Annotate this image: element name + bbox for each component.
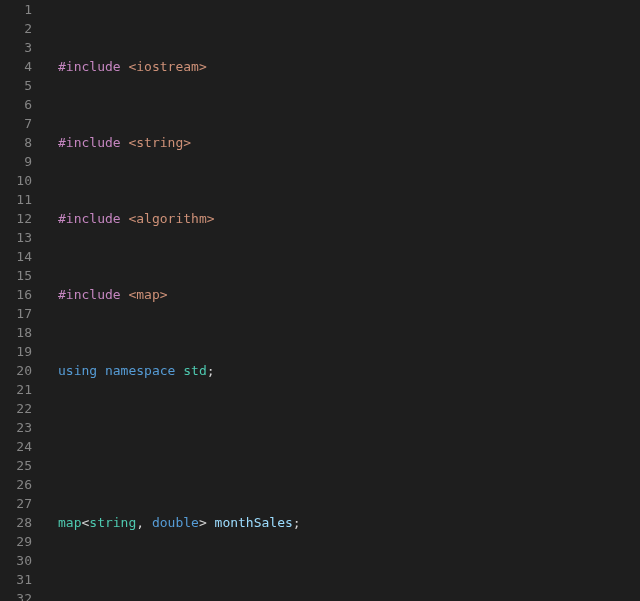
line-number: 19 [0,342,32,361]
code-line [58,589,640,601]
line-number: 12 [0,209,32,228]
line-number: 24 [0,437,32,456]
preprocessor-token: #include [58,287,121,302]
variable-token: monthSales [215,515,293,530]
type-token: map [58,515,81,530]
include-path-token: <iostream> [128,59,206,74]
preprocessor-token: #include [58,211,121,226]
code-line: #include <algorithm> [58,209,640,228]
line-number: 25 [0,456,32,475]
include-path-token: <algorithm> [128,211,214,226]
type-token: string [89,515,136,530]
code-line: map<string, double> monthSales; [58,513,640,532]
line-number: 29 [0,532,32,551]
line-number: 6 [0,95,32,114]
keyword-token: using [58,363,97,378]
include-path-token: <map> [128,287,167,302]
line-number: 2 [0,19,32,38]
include-path-token: <string> [128,135,191,150]
line-number: 28 [0,513,32,532]
line-number: 13 [0,228,32,247]
line-number: 32 [0,589,32,601]
line-number: 30 [0,551,32,570]
line-number: 15 [0,266,32,285]
line-number: 5 [0,76,32,95]
line-number: 31 [0,570,32,589]
line-number: 8 [0,133,32,152]
line-number: 27 [0,494,32,513]
code-line: #include <string> [58,133,640,152]
line-number: 1 [0,0,32,19]
line-number: 26 [0,475,32,494]
namespace-token: std [183,363,206,378]
line-number: 21 [0,380,32,399]
line-number: 7 [0,114,32,133]
line-number: 18 [0,323,32,342]
line-number: 23 [0,418,32,437]
line-number: 17 [0,304,32,323]
code-area[interactable]: #include <iostream> #include <string> #i… [46,0,640,601]
line-number: 3 [0,38,32,57]
line-number: 22 [0,399,32,418]
keyword-token: namespace [105,363,175,378]
line-number: 10 [0,171,32,190]
line-number: 9 [0,152,32,171]
code-line [58,437,640,456]
code-editor[interactable]: 1234567891011121314151617181920212223242… [0,0,640,601]
line-number: 14 [0,247,32,266]
line-number: 16 [0,285,32,304]
preprocessor-token: #include [58,135,121,150]
preprocessor-token: #include [58,59,121,74]
code-line: using namespace std; [58,361,640,380]
line-number: 11 [0,190,32,209]
keyword-token: double [152,515,199,530]
line-number: 20 [0,361,32,380]
line-number-gutter: 1234567891011121314151617181920212223242… [0,0,46,601]
line-number: 4 [0,57,32,76]
code-line: #include <map> [58,285,640,304]
code-line: #include <iostream> [58,57,640,76]
